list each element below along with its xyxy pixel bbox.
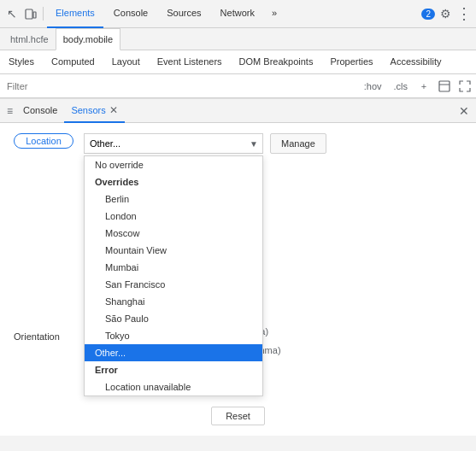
- cursor-icon[interactable]: ↖: [3, 5, 21, 22]
- tab-event-listeners[interactable]: Event Listeners: [149, 50, 231, 74]
- sensors-tab-close[interactable]: ✕: [109, 104, 118, 116]
- svg-rect-2: [439, 81, 450, 91]
- tab-network[interactable]: Network: [212, 0, 263, 28]
- dropdown-item-other[interactable]: Other...: [85, 344, 262, 361]
- tab-dom-breakpoints[interactable]: DOM Breakpoints: [231, 50, 322, 74]
- panel-tab-sensors[interactable]: Sensors ✕: [64, 99, 124, 123]
- dropdown-item-sao-paulo[interactable]: São Paulo: [85, 310, 262, 327]
- file-tab-html[interactable]: html.hcfe: [3, 28, 56, 50]
- file-tab-body[interactable]: body.mobile: [56, 28, 121, 50]
- device-icon[interactable]: [22, 5, 39, 22]
- tab-console[interactable]: Console: [105, 0, 156, 28]
- location-controls: Other... ▼ No override Overrides Berlin …: [84, 133, 326, 154]
- more-options-icon[interactable]: ⋮: [455, 5, 473, 22]
- settings-icon[interactable]: ⚙: [437, 5, 454, 22]
- reset-button[interactable]: Reset: [211, 407, 265, 425]
- svg-rect-1: [33, 12, 36, 18]
- tab-elements[interactable]: Elements: [47, 0, 103, 28]
- location-dropdown[interactable]: Other...: [84, 133, 263, 154]
- dropdown-item-overrides: Overrides: [85, 173, 262, 190]
- notification-badge: 2: [421, 9, 435, 20]
- dropdown-item-error: Error: [85, 361, 262, 378]
- reset-section: Reset: [14, 407, 462, 425]
- svg-rect-0: [26, 9, 32, 19]
- filter-input[interactable]: [3, 81, 361, 91]
- dropdown-item-san-francisco[interactable]: San Francisco: [85, 276, 262, 293]
- tab-more[interactable]: »: [265, 0, 284, 28]
- file-tabs: html.hcfe body.mobile: [0, 28, 476, 50]
- tab-computed[interactable]: Computed: [43, 50, 103, 74]
- dropdown-item-mountain-view[interactable]: Mountain View: [85, 242, 262, 259]
- dropdown-item-berlin[interactable]: Berlin: [85, 190, 262, 208]
- panel-close-button[interactable]: ✕: [455, 102, 473, 120]
- dropdown-item-london[interactable]: London: [85, 208, 262, 225]
- add-style-rule-icon[interactable]: +: [416, 79, 432, 94]
- filter-right: :hov .cls +: [361, 79, 473, 94]
- dropdown-item-shanghai[interactable]: Shanghai: [85, 293, 262, 310]
- tab-layout[interactable]: Layout: [103, 50, 149, 74]
- location-label: Location: [14, 133, 73, 149]
- dropdown-item-no-override[interactable]: No override: [85, 156, 262, 173]
- panel-tabs-bar: ≡ Console Sensors ✕ ✕: [0, 99, 476, 123]
- filter-bar: :hov .cls +: [0, 74, 476, 98]
- manage-button[interactable]: Manage: [270, 133, 326, 154]
- toggle-computed-icon[interactable]: [437, 79, 452, 94]
- cls-button[interactable]: .cls: [391, 79, 412, 93]
- menu-icon[interactable]: ≡: [3, 103, 16, 119]
- devtools-toolbar: ↖ Elements Console Sources Network » 2 ⚙…: [0, 0, 476, 28]
- tab-properties[interactable]: Properties: [321, 50, 381, 74]
- location-section: Location Other... ▼ No override Override…: [14, 133, 462, 154]
- panel-tab-console[interactable]: Console: [16, 99, 64, 123]
- expand-icon[interactable]: [457, 79, 473, 94]
- dropdown-item-moscow[interactable]: Moscow: [85, 225, 262, 242]
- sep-1: [43, 7, 44, 20]
- dropdown-item-tokyo[interactable]: Tokyo: [85, 327, 262, 344]
- location-dropdown-menu[interactable]: No override Overrides Berlin London Mosc…: [84, 155, 263, 396]
- toolbar-right: 2 ⚙ ⋮: [421, 5, 473, 22]
- tab-accessibility[interactable]: Accessibility: [382, 50, 450, 74]
- dropdown-item-mumbai[interactable]: Mumbai: [85, 259, 262, 276]
- orientation-label: Orientation: [14, 325, 73, 342]
- tab-styles[interactable]: Styles: [0, 50, 43, 74]
- hov-button[interactable]: :hov: [361, 79, 385, 93]
- tab-sources[interactable]: Sources: [158, 0, 209, 28]
- location-dropdown-container: Other... ▼ No override Overrides Berlin …: [84, 133, 263, 154]
- style-tabs: Styles Computed Layout Event Listeners D…: [0, 50, 476, 74]
- sensors-panel: Location Other... ▼ No override Override…: [0, 123, 476, 436]
- dropdown-item-location-unavailable[interactable]: Location unavailable: [85, 378, 262, 395]
